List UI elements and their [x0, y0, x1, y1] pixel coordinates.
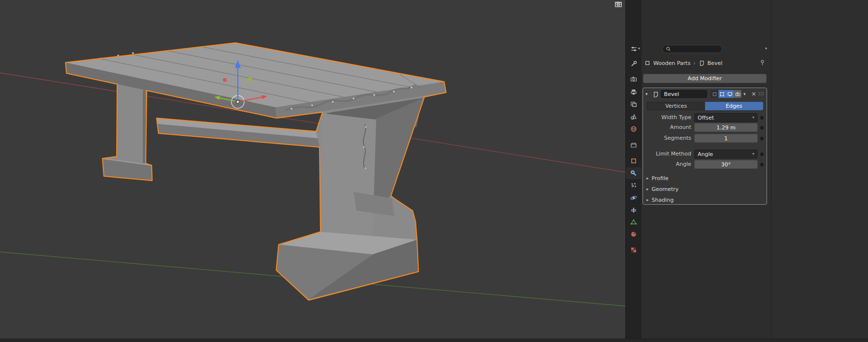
- modifier-name-field[interactable]: Bevel: [661, 90, 707, 98]
- limit-method-dropdown[interactable]: Angle ▾: [694, 150, 758, 158]
- search-icon: [666, 46, 671, 52]
- chevron-right-icon: ▸: [646, 176, 649, 181]
- limit-method-value: Angle: [698, 151, 713, 157]
- viewport-nav: [614, 0, 623, 22]
- chevron-down-icon: ▾: [752, 152, 754, 156]
- viewport-canvas: [0, 0, 625, 342]
- chevron-right-icon: ▸: [646, 187, 649, 191]
- tab-world[interactable]: [626, 123, 642, 135]
- bevel-modifier-icon: [699, 60, 705, 66]
- display-toggles: [710, 90, 741, 98]
- header-options-chevron-icon[interactable]: ▾: [765, 47, 767, 51]
- animate-dot[interactable]: [760, 137, 764, 140]
- animate-dot[interactable]: [760, 153, 764, 156]
- limit-method-row: Limit Method Angle ▾: [643, 150, 767, 158]
- section-profile-label: Profile: [652, 175, 669, 182]
- add-modifier-label: Add Modifier: [688, 75, 722, 82]
- editor-type-dropdown[interactable]: ▾: [629, 44, 642, 54]
- drag-handle[interactable]: [758, 92, 764, 96]
- expand-chevron-icon[interactable]: ▾: [645, 92, 650, 96]
- right-leg-front-face: [321, 113, 376, 235]
- properties-header: ▾ ▾: [626, 42, 772, 55]
- tab-physics[interactable]: [626, 192, 642, 204]
- amount-row: Amount 1.29 m: [643, 123, 767, 132]
- edit-mode-toggle[interactable]: [718, 90, 726, 98]
- section-geometry-label: Geometry: [652, 186, 679, 192]
- segments-field[interactable]: 1: [694, 134, 758, 143]
- delete-modifier-icon[interactable]: ×: [751, 91, 756, 97]
- tab-material[interactable]: [626, 228, 642, 240]
- tab-view-layer[interactable]: [626, 98, 642, 110]
- affect-edges-label: Edges: [726, 103, 742, 109]
- properties-editor-icon: [630, 45, 638, 53]
- gizmo-x-plane-handle[interactable]: [223, 78, 227, 82]
- tab-modifiers[interactable]: [626, 167, 642, 179]
- tab-object[interactable]: [626, 155, 642, 167]
- blender-window: ▾ ▾ Wooden Parts › Bevel Add Modifier: [0, 0, 868, 342]
- modifier-name: Bevel: [664, 91, 679, 97]
- pin-icon[interactable]: [759, 60, 766, 67]
- modifier-header: ▾ Bevel: [645, 90, 764, 98]
- section-geometry[interactable]: ▸ Geometry: [646, 185, 678, 193]
- angle-value: 30°: [721, 161, 731, 168]
- angle-label: Angle: [643, 160, 691, 169]
- modifier-extras-chevron-icon[interactable]: ▾: [743, 92, 748, 96]
- breadcrumb-object[interactable]: Wooden Parts: [653, 60, 690, 66]
- empty-panel: [771, 0, 868, 342]
- bevel-modifier-panel: ▾ Bevel: [643, 88, 767, 205]
- gizmo-y-plane-handle[interactable]: [248, 78, 252, 82]
- tab-scene[interactable]: [626, 111, 642, 123]
- tab-object-data[interactable]: [626, 216, 642, 228]
- width-type-dropdown[interactable]: Offset ▾: [694, 113, 758, 122]
- object-icon: [644, 60, 650, 66]
- render-display-toggle[interactable]: [734, 90, 741, 98]
- affect-vertices-label: Vertices: [665, 103, 687, 109]
- bevel-modifier-icon: [652, 91, 659, 97]
- breadcrumb-separator: ›: [693, 60, 695, 66]
- chevron-right-icon: ▸: [646, 197, 649, 202]
- gizmo-center-dot[interactable]: [236, 100, 239, 103]
- status-bar-edge: [0, 339, 868, 342]
- breadcrumb: Wooden Parts › Bevel: [644, 59, 722, 67]
- amount-value: 1.29 m: [716, 124, 736, 131]
- add-modifier-button[interactable]: Add Modifier: [643, 74, 767, 83]
- angle-row: Angle 30°: [643, 160, 767, 169]
- tab-output[interactable]: [626, 86, 642, 98]
- on-cage-toggle[interactable]: [710, 90, 718, 98]
- breadcrumb-modifier[interactable]: Bevel: [707, 60, 723, 66]
- section-shading[interactable]: ▸ Shading: [646, 195, 674, 204]
- tab-constraints[interactable]: [626, 204, 642, 216]
- segments-row: Segments 1: [643, 134, 767, 143]
- search-input[interactable]: [673, 46, 719, 52]
- table-model[interactable]: [65, 43, 446, 300]
- section-profile[interactable]: ▸ Profile: [646, 174, 669, 183]
- tab-particles[interactable]: [626, 180, 642, 191]
- left-leg-front: [117, 84, 146, 163]
- animate-dot[interactable]: [760, 126, 764, 129]
- segments-value: 1: [724, 135, 728, 142]
- tab-tool[interactable]: [626, 58, 642, 70]
- viewport-3d[interactable]: [0, 0, 625, 342]
- affect-vertices-button[interactable]: Vertices: [647, 102, 705, 110]
- width-type-label: Width Type: [643, 113, 691, 122]
- search-box[interactable]: [662, 45, 722, 53]
- chevron-down-icon: ▾: [752, 116, 754, 120]
- width-type-value: Offset: [698, 115, 714, 121]
- grid-ortho-icon[interactable]: [614, 13, 623, 22]
- tab-collection[interactable]: [626, 139, 642, 151]
- chevron-down-icon: ▾: [638, 47, 640, 51]
- animate-dot[interactable]: [760, 163, 764, 166]
- section-shading-label: Shading: [652, 197, 674, 203]
- animate-dot[interactable]: [760, 116, 764, 120]
- amount-field[interactable]: 1.29 m: [694, 123, 758, 132]
- left-leg-edge-shade: [143, 90, 146, 163]
- width-type-row: Width Type Offset ▾: [643, 113, 767, 122]
- angle-field[interactable]: 30°: [694, 160, 758, 169]
- segments-label: Segments: [643, 134, 691, 143]
- affect-segmented-control: Vertices Edges: [647, 102, 763, 110]
- tab-texture[interactable]: [626, 244, 642, 256]
- tab-render[interactable]: [626, 73, 642, 85]
- realtime-display-toggle[interactable]: [726, 90, 734, 98]
- amount-label: Amount: [643, 123, 691, 132]
- affect-edges-button[interactable]: Edges: [705, 102, 764, 110]
